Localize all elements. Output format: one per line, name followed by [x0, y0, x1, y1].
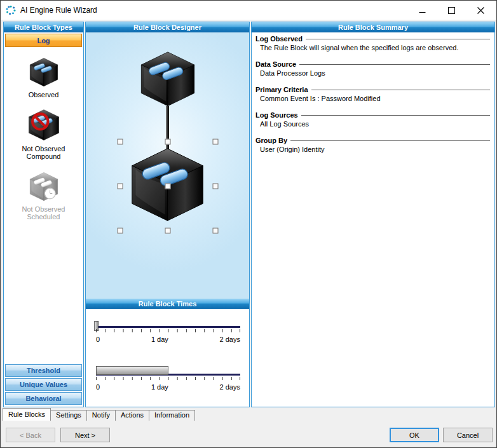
window-controls: [407, 1, 495, 20]
rule-block-cube-top[interactable]: [139, 50, 197, 109]
window-title: AI Engine Rule Wizard: [20, 6, 97, 15]
tab-rule-blocks[interactable]: Rule Blocks: [3, 408, 51, 421]
slider-label-one-day: 1 day: [151, 336, 168, 343]
logrhythm-logo-icon: [6, 5, 16, 15]
rule-block-summary-header: Rule Block Summary: [252, 22, 494, 32]
summary-section-content: The Rule Block will signal when the spec…: [255, 44, 491, 52]
slider-ticks: [96, 377, 240, 380]
rule-type-list: Observed Not Observed Compound Not Obser…: [4, 47, 83, 221]
log-category-button[interactable]: Log: [5, 34, 82, 47]
slider-range-bar[interactable]: [96, 366, 168, 375]
rule-type-not-observed-compound-label: Not Observed Compound: [22, 145, 65, 160]
rule-type-observed-label: Observed: [29, 91, 59, 98]
summary-section-title: Data Source: [255, 60, 491, 68]
rule-block-times-area: 0 1 day 2 days 0 1 day 2 days: [86, 309, 249, 407]
summary-body: Log Observed The Rule Block will signal …: [252, 32, 494, 162]
maximize-button[interactable]: [437, 1, 466, 20]
summary-section-primary-criteria: Primary Criteria Common Event Is : Passw…: [255, 86, 491, 103]
rule-block-designer-header: Rule Block Designer: [86, 22, 249, 32]
summary-section-group-by: Group By User (Origin) Identity: [255, 137, 491, 154]
summary-section-title: Log Observed: [255, 35, 491, 43]
tab-settings[interactable]: Settings: [50, 410, 87, 421]
slider-label-one-day: 1 day: [151, 383, 168, 391]
summary-section-title: Primary Criteria: [255, 86, 491, 93]
selection-handle[interactable]: [165, 139, 171, 145]
time-slider-range: 0 1 day 2 days: [96, 360, 240, 393]
summary-section-title: Group By: [255, 137, 491, 144]
selection-handle[interactable]: [213, 228, 219, 234]
not-observed-compound-icon: [27, 109, 60, 142]
time-slider-primary: 0 1 day 2 days: [96, 315, 240, 346]
selection-box: [120, 142, 215, 231]
next-button[interactable]: Next >: [60, 428, 110, 442]
slider-labels: 0 1 day 2 days: [96, 336, 240, 343]
selection-handle[interactable]: [118, 184, 123, 189]
summary-section-data-source: Data Source Data Processor Logs: [255, 60, 491, 78]
slider-label-zero: 0: [96, 383, 100, 391]
category-button-group: Threshold Unique Values Behavioral: [5, 363, 82, 405]
rule-block-designer-canvas[interactable]: [86, 32, 249, 299]
ai-engine-rule-wizard-window: AI Engine Rule Wizard Rule Block Types L…: [0, 0, 497, 448]
tab-information[interactable]: Information: [149, 410, 195, 421]
title-bar: AI Engine Rule Wizard: [1, 1, 496, 20]
summary-section-content: Common Event Is : Password Modified: [255, 95, 491, 103]
threshold-category-button[interactable]: Threshold: [5, 364, 82, 377]
rule-block-summary-panel: Rule Block Summary Log Observed The Rule…: [251, 22, 495, 407]
minimize-button[interactable]: [407, 1, 437, 20]
observed-cube-icon: [29, 57, 59, 88]
ok-button[interactable]: OK: [390, 428, 439, 442]
rule-block-times-header: Rule Block Times: [86, 299, 249, 309]
tab-notify[interactable]: Notify: [86, 410, 116, 421]
selection-handle[interactable]: [165, 228, 171, 234]
selection-handle[interactable]: [213, 139, 219, 145]
summary-section-content: Data Processor Logs: [255, 69, 491, 78]
cancel-button[interactable]: Cancel: [443, 428, 493, 442]
slider-ticks: [96, 329, 240, 332]
summary-section-log-observed: Log Observed The Rule Block will signal …: [255, 35, 491, 52]
slider-label-zero: 0: [96, 336, 100, 343]
rule-type-not-observed-scheduled[interactable]: Not Observed Scheduled: [22, 172, 65, 221]
rule-block-types-header: Rule Block Types: [4, 22, 83, 32]
close-button[interactable]: [466, 1, 495, 20]
selection-handle[interactable]: [118, 139, 123, 145]
summary-section-content: All Log Sources: [255, 120, 491, 128]
wizard-tab-bar: Rule Blocks Settings Notify Actions Info…: [1, 408, 496, 421]
rule-type-not-observed-scheduled-label: Not Observed Scheduled: [22, 205, 65, 221]
slider-label-two-days: 2 days: [220, 383, 240, 391]
summary-section-log-sources: Log Sources All Log Sources: [255, 111, 491, 128]
slider-track[interactable]: [96, 326, 240, 328]
rule-block-types-panel: Rule Block Types Log Observed Not Observ…: [3, 22, 84, 407]
footer-bar: < Back Next > OK Cancel: [1, 421, 496, 447]
selection-handle[interactable]: [118, 228, 123, 234]
selection-handle[interactable]: [213, 184, 219, 189]
rule-block-designer-panel: Rule Block Designer Rule Block Times: [85, 22, 250, 407]
tab-actions[interactable]: Actions: [115, 410, 149, 421]
slider-labels: 0 1 day 2 days: [96, 383, 240, 391]
rule-type-observed[interactable]: Observed: [29, 57, 59, 98]
rule-type-not-observed-compound[interactable]: Not Observed Compound: [22, 109, 65, 160]
summary-section-content: User (Origin) Identity: [255, 146, 491, 154]
summary-section-title: Log Sources: [255, 111, 491, 119]
not-observed-scheduled-icon: [29, 172, 59, 202]
unique-values-category-button[interactable]: Unique Values: [5, 378, 82, 391]
behavioral-category-button[interactable]: Behavioral: [5, 392, 82, 405]
selection-handle[interactable]: [165, 184, 171, 189]
back-button[interactable]: < Back: [6, 428, 55, 442]
slider-label-two-days: 2 days: [220, 336, 240, 343]
